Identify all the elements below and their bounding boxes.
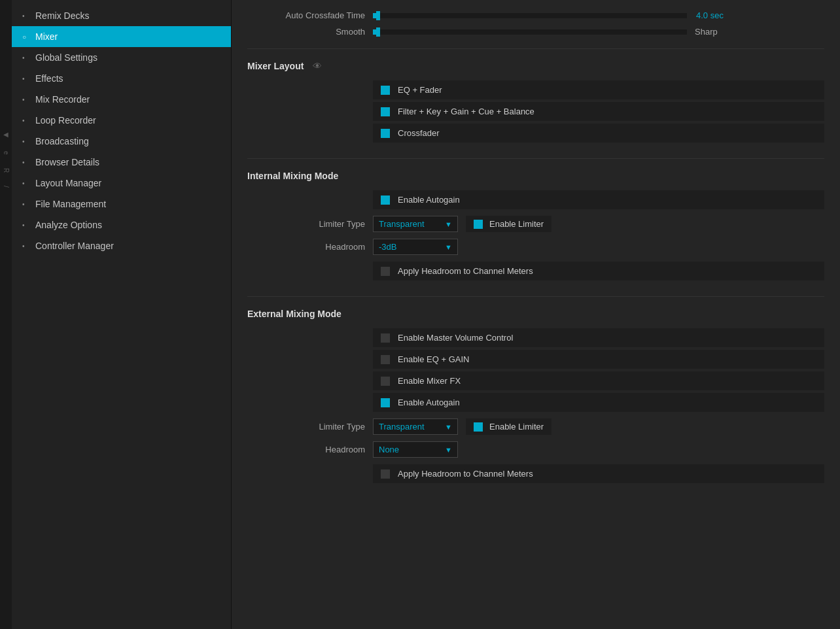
internal-limiter-type-label: Limiter Type (247, 219, 365, 229)
internal-limiter-type-dropdown[interactable]: Transparent ▼ (373, 216, 458, 232)
external-autogain-row[interactable]: Enable Autogain (373, 393, 824, 412)
mixer-layout-checkbox-crossfader[interactable] (381, 129, 390, 138)
eye-icon[interactable]: 👁 (313, 61, 322, 71)
external-apply-headroom-row[interactable]: Apply Headroom to Channel Meters (373, 464, 824, 483)
external-limiter-type-label: Limiter Type (247, 422, 365, 432)
internal-autogain-label: Enable Autogain (398, 195, 460, 205)
sidebar-bullet-effects: • (22, 75, 33, 82)
external-headroom-label: Headroom (247, 445, 365, 454)
left-icon-3[interactable]: R (3, 168, 10, 173)
auto-crossfade-slider[interactable]: 4.0 sec (373, 10, 824, 20)
left-icon-4[interactable]: / (3, 186, 10, 188)
mixer-layout-label-crossfader: Crossfader (398, 128, 440, 138)
external-enable-limiter[interactable]: Enable Limiter (466, 418, 551, 435)
mixer-layout-item-crossfader[interactable]: Crossfader (373, 124, 824, 143)
external-autogain-checkbox[interactable] (381, 398, 390, 407)
external-autogain-label: Enable Autogain (398, 398, 460, 407)
sidebar-label-file-management: File Management (35, 199, 220, 209)
external-apply-headroom-label: Apply Headroom to Channel Meters (398, 469, 533, 479)
external-mixer-fx-row[interactable]: Enable Mixer FX (373, 371, 824, 390)
external-mixer-fx-label: Enable Mixer FX (398, 376, 461, 386)
sidebar-item-remix-decks[interactable]: • Remix Decks (12, 5, 231, 26)
mixer-layout-label-eq-fader: EQ + Fader (398, 85, 442, 95)
internal-autogain-checkbox[interactable] (381, 196, 390, 205)
sidebar-label-browser-details: Browser Details (35, 157, 220, 167)
external-limiter-type-dropdown[interactable]: Transparent ▼ (373, 418, 458, 435)
internal-mixing-section: Internal Mixing Mode Enable Autogain Lim… (247, 171, 824, 280)
internal-mixing-title: Internal Mixing Mode (247, 171, 824, 181)
sidebar-bullet-global-settings: • (22, 54, 33, 61)
sidebar-item-file-management[interactable]: • File Management (12, 194, 231, 214)
mixer-layout-item-filter-key-gain-cue-balance[interactable]: Filter + Key + Gain + Cue + Balance (373, 102, 824, 121)
sidebar-label-mix-recorder: Mix Recorder (35, 94, 220, 105)
sidebar-label-loop-recorder: Loop Recorder (35, 115, 220, 126)
sidebar-bullet-browser-details: • (22, 159, 33, 166)
sidebar-item-mix-recorder[interactable]: • Mix Recorder (12, 89, 231, 110)
sidebar-item-loop-recorder[interactable]: • Loop Recorder (12, 110, 231, 131)
internal-apply-headroom-row[interactable]: Apply Headroom to Channel Meters (373, 262, 824, 280)
sidebar-bullet-remix-decks: • (22, 12, 33, 20)
internal-autogain-row[interactable]: Enable Autogain (373, 190, 824, 209)
external-headroom-row: Headroom None ▼ (247, 441, 824, 458)
sidebar-label-remix-decks: Remix Decks (35, 10, 220, 21)
sidebar-item-broadcasting[interactable]: • Broadcasting (12, 131, 231, 152)
auto-crossfade-row: Auto Crossfade Time 4.0 sec (247, 10, 824, 20)
mixer-layout-header: Mixer Layout 👁 (247, 61, 824, 71)
sidebar-item-global-settings[interactable]: • Global Settings (12, 47, 231, 68)
internal-headroom-label: Headroom (247, 242, 365, 252)
mixer-layout-section: Mixer Layout 👁 EQ + Fader Filter + Key +… (247, 61, 824, 143)
sidebar-bullet-mix-recorder: • (22, 96, 33, 103)
sidebar-item-analyze-options[interactable]: • Analyze Options (12, 214, 231, 235)
internal-apply-headroom-label: Apply Headroom to Channel Meters (398, 266, 533, 276)
external-headroom-dropdown[interactable]: None ▼ (373, 441, 458, 458)
internal-apply-headroom-checkbox[interactable] (381, 267, 390, 276)
sidebar-item-controller-manager[interactable]: • Controller Manager (12, 235, 231, 256)
sidebar: • Remix Decks ○ Mixer • Global Settings … (12, 0, 232, 629)
sidebar-label-broadcasting: Broadcasting (35, 136, 220, 146)
smooth-row: Smooth Sharp (247, 27, 824, 37)
sidebar-label-controller-manager: Controller Manager (35, 241, 220, 251)
external-master-volume-checkbox[interactable] (381, 333, 390, 343)
external-mixer-fx-checkbox[interactable] (381, 377, 390, 386)
external-eq-gain-label: Enable EQ + GAIN (398, 354, 469, 364)
sidebar-bullet-loop-recorder: • (22, 117, 33, 124)
smooth-label: Smooth (247, 27, 365, 37)
sidebar-item-browser-details[interactable]: • Browser Details (12, 152, 231, 173)
sidebar-item-effects[interactable]: • Effects (12, 68, 231, 89)
left-icon-1[interactable]: ◀ (3, 131, 10, 138)
internal-enable-limiter[interactable]: Enable Limiter (466, 216, 551, 232)
sharp-label: Sharp (695, 27, 718, 37)
sidebar-bullet-broadcasting: • (22, 138, 33, 145)
external-apply-headroom-checkbox[interactable] (381, 469, 390, 479)
sidebar-bullet-file-management: • (22, 201, 33, 208)
sidebar-label-global-settings: Global Settings (35, 52, 220, 63)
external-master-volume-label: Enable Master Volume Control (398, 333, 513, 343)
left-edge-icons: ◀ e R / (0, 0, 12, 629)
sidebar-label-mixer: Mixer (35, 31, 220, 42)
external-master-volume-row[interactable]: Enable Master Volume Control (373, 328, 824, 347)
sidebar-bullet-controller-manager: • (22, 243, 33, 250)
external-mixing-title: External Mixing Mode (247, 309, 824, 319)
auto-crossfade-value: 4.0 sec (696, 10, 732, 20)
mixer-layout-label-filter-key-gain-cue-balance: Filter + Key + Gain + Cue + Balance (398, 107, 534, 116)
auto-crossfade-label: Auto Crossfade Time (247, 10, 365, 20)
internal-headroom-row: Headroom -3dB ▼ (247, 239, 824, 255)
external-eq-gain-row[interactable]: Enable EQ + GAIN (373, 350, 824, 369)
internal-enable-limiter-checkbox[interactable] (474, 220, 483, 229)
smooth-slider[interactable]: Sharp (373, 27, 824, 37)
external-enable-limiter-label: Enable Limiter (489, 422, 544, 432)
main-content: Auto Crossfade Time 4.0 sec Smooth Sharp… (232, 0, 840, 629)
mixer-layout-checkbox-eq-fader[interactable] (381, 86, 390, 95)
external-mixing-section: External Mixing Mode Enable Master Volum… (247, 309, 824, 483)
sidebar-item-mixer[interactable]: ○ Mixer (12, 26, 231, 47)
mixer-layout-checkbox-filter-key-gain-cue-balance[interactable] (381, 107, 390, 116)
left-icon-2[interactable]: e (3, 151, 10, 155)
external-enable-limiter-checkbox[interactable] (474, 422, 483, 432)
mixer-layout-title: Mixer Layout (247, 61, 304, 71)
sidebar-label-analyze-options: Analyze Options (35, 220, 220, 230)
mixer-layout-item-eq-fader[interactable]: EQ + Fader (373, 80, 824, 99)
sidebar-item-layout-manager[interactable]: • Layout Manager (12, 173, 231, 194)
internal-headroom-dropdown[interactable]: -3dB ▼ (373, 239, 458, 255)
external-eq-gain-checkbox[interactable] (381, 355, 390, 364)
sidebar-label-effects: Effects (35, 73, 220, 84)
